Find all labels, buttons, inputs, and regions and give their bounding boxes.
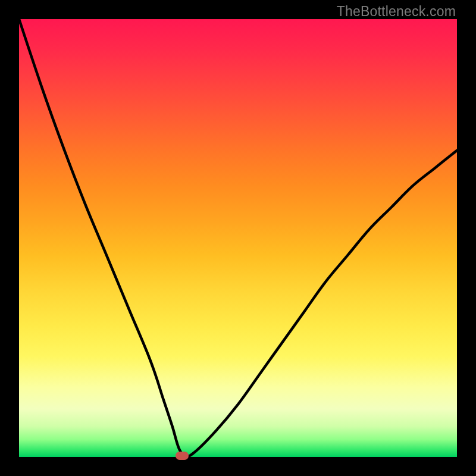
watermark-text: TheBottleneck.com [337, 4, 456, 20]
optimal-marker [176, 452, 189, 460]
chart-container: TheBottleneck.com [0, 0, 476, 476]
plot-area [19, 19, 457, 457]
